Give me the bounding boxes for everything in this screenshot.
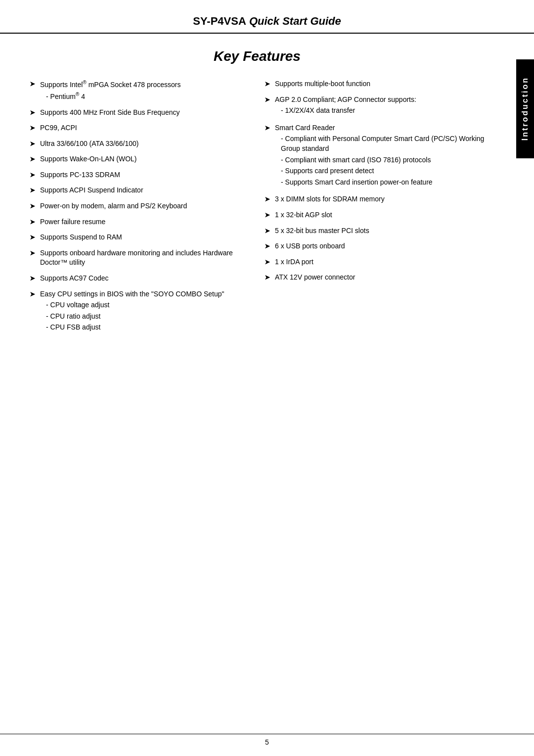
- feature-content: Supports multiple-boot function: [275, 79, 370, 89]
- sub-item: - Compliant with Personal Computer Smart…: [281, 134, 485, 153]
- feature-content: Supports PC-133 SDRAM: [40, 170, 120, 180]
- list-item: ➤ Supports ACPI Suspend Indicator: [30, 186, 250, 195]
- feature-text: Easy CPU settings in BIOS with the "SOYO…: [40, 290, 224, 298]
- sidebar-tab: Introduction: [516, 59, 534, 158]
- feature-content: AGP 2.0 Compliant; AGP Connector support…: [275, 95, 416, 117]
- left-column: ➤ Supports Intel® mPGA Socket 478 proces…: [30, 79, 250, 340]
- feature-text: 3 x DIMM slots for SDRAM memory: [275, 195, 385, 203]
- arrow-icon: ➤: [30, 249, 35, 258]
- arrow-icon: ➤: [265, 227, 270, 236]
- page-number: 5: [265, 738, 269, 746]
- page-title: Key Features: [30, 48, 485, 64]
- sub-item: - Supports Smart Card insertion power-on…: [281, 178, 485, 188]
- list-item: ➤ 1 x IrDA port: [265, 257, 485, 267]
- feature-content: Power-on by modem, alarm and PS/2 Keyboa…: [40, 201, 187, 211]
- list-item: ➤ Supports 400 MHz Front Side Bus Freque…: [30, 108, 250, 118]
- list-item: ➤ Supports Suspend to RAM: [30, 233, 250, 242]
- feature-content: 1 x IrDA port: [275, 257, 313, 267]
- feature-content: 3 x DIMM slots for SDRAM memory: [275, 194, 385, 204]
- arrow-icon: ➤: [30, 124, 35, 133]
- sub-item: - CPU voltage adjust: [46, 300, 224, 310]
- list-item: ➤ Supports multiple-boot function: [265, 79, 485, 89]
- feature-text: ATX 12V power connector: [275, 273, 355, 281]
- arrow-icon: ➤: [30, 155, 35, 164]
- feature-content: Supports AC97 Codec: [40, 274, 109, 284]
- list-item: ➤ Easy CPU settings in BIOS with the "SO…: [30, 289, 250, 334]
- arrow-icon: ➤: [30, 171, 35, 180]
- arrow-icon: ➤: [265, 195, 270, 204]
- arrow-icon: ➤: [265, 258, 270, 267]
- feature-text: Supports Intel® mPGA Socket 478 processo…: [40, 81, 180, 89]
- arrow-icon: ➤: [265, 80, 270, 89]
- feature-text: Supports onboard hardware monitoring and…: [40, 249, 233, 267]
- smart-card-reader-label: Smart Card Reader: [275, 124, 335, 132]
- feature-text: AGP 2.0 Compliant; AGP Connector support…: [275, 95, 416, 103]
- list-item: ➤ Ultra 33/66/100 (ATA 33/66/100): [30, 139, 250, 149]
- header: SY-P4VSA Quick Start Guide: [0, 0, 534, 34]
- feature-text: Supports Suspend to RAM: [40, 233, 122, 241]
- feature-text: Supports AC97 Codec: [40, 274, 109, 282]
- sub-item: - Supports card present detect: [281, 166, 485, 176]
- list-item: ➤ Supports onboard hardware monitoring a…: [30, 248, 250, 268]
- list-item: ➤ Supports PC-133 SDRAM: [30, 170, 250, 180]
- right-column: ➤ Supports multiple-boot function ➤ AGP …: [265, 79, 485, 340]
- arrow-icon: ➤: [265, 124, 270, 133]
- arrow-icon: ➤: [30, 140, 35, 148]
- feature-text: Ultra 33/66/100 (ATA 33/66/100): [40, 140, 139, 147]
- feature-content: PC99, ACPI: [40, 123, 77, 133]
- list-item: ➤ Power failure resume: [30, 217, 250, 227]
- arrow-icon: ➤: [30, 202, 35, 211]
- list-item: ➤ Supports Intel® mPGA Socket 478 proces…: [30, 79, 250, 102]
- features-columns: ➤ Supports Intel® mPGA Socket 478 proces…: [30, 79, 485, 340]
- feature-text: 5 x 32-bit bus master PCI slots: [275, 227, 369, 235]
- sub-items: - CPU voltage adjust - CPU ratio adjust …: [46, 300, 224, 332]
- arrow-icon: ➤: [30, 186, 35, 195]
- sub-item: - Compliant with smart card (ISO 7816) p…: [281, 155, 485, 165]
- arrow-icon: ➤: [265, 211, 270, 220]
- footer: 5: [0, 734, 534, 746]
- list-item: ➤ 1 x 32-bit AGP slot: [265, 210, 485, 220]
- feature-content: Supports Suspend to RAM: [40, 233, 122, 242]
- feature-text: 1 x 32-bit AGP slot: [275, 211, 332, 219]
- arrow-icon: ➤: [30, 218, 35, 227]
- list-item: ➤ Power-on by modem, alarm and PS/2 Keyb…: [30, 201, 250, 211]
- sub-item: - Pentium® 4: [46, 91, 180, 101]
- list-item: ➤ 5 x 32-bit bus master PCI slots: [265, 226, 485, 236]
- feature-text: Supports 400 MHz Front Side Bus Frequenc…: [40, 108, 179, 116]
- list-item: ➤ ATX 12V power connector: [265, 273, 485, 283]
- header-title: SY-P4VSA Quick Start Guide: [193, 15, 341, 27]
- arrow-icon: ➤: [265, 273, 270, 282]
- sub-items: - Compliant with Personal Computer Smart…: [281, 134, 485, 187]
- feature-text: Power failure resume: [40, 218, 105, 226]
- feature-content: Supports Intel® mPGA Socket 478 processo…: [40, 79, 180, 102]
- arrow-icon: ➤: [30, 80, 35, 89]
- sub-item: - CPU FSB adjust: [46, 323, 224, 332]
- list-item: ➤ 6 x USB ports onboard: [265, 241, 485, 251]
- arrow-icon: ➤: [30, 108, 35, 117]
- list-item: ➤ PC99, ACPI: [30, 123, 250, 133]
- sub-items: - 1X/2X/4X data transfer: [281, 106, 416, 116]
- feature-text: Supports Wake-On-LAN (WOL): [40, 155, 137, 163]
- feature-content: Supports ACPI Suspend Indicator: [40, 186, 143, 195]
- feature-text: Supports ACPI Suspend Indicator: [40, 186, 143, 194]
- feature-content: Ultra 33/66/100 (ATA 33/66/100): [40, 139, 139, 149]
- arrow-icon: ➤: [30, 233, 35, 242]
- feature-content: ATX 12V power connector: [275, 273, 355, 283]
- main-content: Key Features ➤ Supports Intel® mPGA Sock…: [0, 34, 534, 360]
- list-item: ➤ AGP 2.0 Compliant; AGP Connector suppo…: [265, 95, 485, 117]
- list-item: ➤ Supports AC97 Codec: [30, 274, 250, 284]
- sub-item: - 1X/2X/4X data transfer: [281, 106, 416, 116]
- feature-content: Power failure resume: [40, 217, 105, 227]
- page: Introduction SY-P4VSA Quick Start Guide …: [0, 0, 534, 756]
- header-title-prefix: SY-P4VSA: [193, 15, 246, 27]
- feature-content: 6 x USB ports onboard: [275, 241, 345, 251]
- list-item: ➤ Smart Card Reader - Compliant with Per…: [265, 123, 485, 189]
- feature-content: Easy CPU settings in BIOS with the "SOYO…: [40, 289, 224, 334]
- sidebar-label: Introduction: [521, 77, 530, 141]
- feature-text: 1 x IrDA port: [275, 258, 313, 266]
- arrow-icon: ➤: [30, 290, 35, 299]
- feature-content: Smart Card Reader - Compliant with Perso…: [275, 123, 485, 189]
- feature-text: PC99, ACPI: [40, 124, 77, 132]
- list-item: ➤ Supports Wake-On-LAN (WOL): [30, 154, 250, 164]
- feature-content: Supports Wake-On-LAN (WOL): [40, 154, 137, 164]
